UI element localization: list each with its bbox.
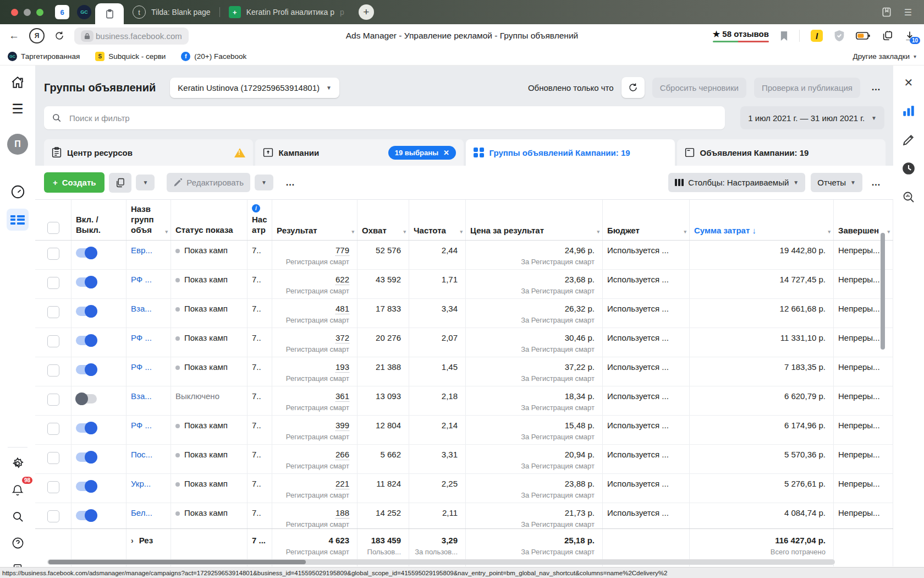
adset-name-link[interactable]: Вза... <box>131 391 152 401</box>
tab-tilda[interactable]: t Tilda: Blank page <box>124 0 219 24</box>
row-toggle[interactable] <box>76 423 97 433</box>
col-cost-per-result[interactable]: Цена за результат▾ <box>466 200 603 240</box>
home-icon[interactable] <box>8 73 27 92</box>
help-icon[interactable] <box>8 533 27 552</box>
avatar[interactable]: П <box>7 134 28 155</box>
edit-pencil-icon[interactable] <box>900 132 917 148</box>
col-frequency[interactable]: Частота▾ <box>409 200 466 240</box>
discard-drafts-button[interactable]: Сбросить черновики <box>652 78 746 98</box>
result-value[interactable]: 779 <box>336 246 349 256</box>
col-attribution[interactable]: iНас атр <box>248 200 272 240</box>
side-panel-icon[interactable] <box>881 7 892 18</box>
refresh-icon[interactable] <box>54 31 64 41</box>
columns-button[interactable]: Столбцы: Настраиваемый ▼ <box>668 173 805 192</box>
pinned-tab-gc[interactable]: GC <box>77 5 91 19</box>
browser-menu-icon[interactable]: ☰ <box>904 7 912 18</box>
close-icon[interactable]: ✕ <box>443 149 449 157</box>
row-toggle[interactable] <box>76 248 97 258</box>
reviews-widget[interactable]: ★ 58 отзывов <box>713 29 769 42</box>
refresh-button[interactable] <box>622 77 645 98</box>
collections-icon[interactable] <box>881 30 893 41</box>
tab-ads[interactable]: Объявления Кампании: 19 <box>677 139 886 166</box>
col-reach[interactable]: Охват▾ <box>358 200 409 240</box>
row-toggle[interactable] <box>76 365 97 374</box>
row-checkbox[interactable] <box>47 248 59 260</box>
adset-name-link[interactable]: Пос... <box>131 450 152 459</box>
pinned-tab-calendar[interactable]: 6 <box>55 5 69 19</box>
row-checkbox[interactable] <box>47 423 59 435</box>
row-toggle[interactable] <box>76 307 97 316</box>
tab-keratin[interactable]: + Keratin Profi аналитика р p <box>220 0 353 24</box>
new-tab-button[interactable]: + <box>359 4 374 20</box>
adset-name-link[interactable]: Бел... <box>131 508 152 517</box>
account-selector[interactable]: Keratin Ustinova (1729259653914801) ▼ <box>170 78 339 98</box>
edit-dropdown-button[interactable]: ▼ <box>255 175 273 190</box>
letyshops-icon[interactable]: l <box>811 30 823 42</box>
result-value[interactable]: 188 <box>336 508 349 519</box>
bookmark-icon[interactable] <box>780 31 788 41</box>
inspect-magnifier-icon[interactable] <box>900 189 917 205</box>
col-amount-spent[interactable]: Сумма затрат ↓▾ <box>690 200 834 240</box>
adset-name-link[interactable]: Укр... <box>131 479 151 488</box>
protect-shield-icon[interactable] <box>834 30 845 42</box>
minimize-window-button[interactable] <box>24 9 31 16</box>
duplicate-button[interactable] <box>109 173 131 193</box>
result-value[interactable]: 372 <box>336 333 349 343</box>
close-icon[interactable]: ✕ <box>900 74 917 91</box>
row-toggle[interactable] <box>76 336 97 345</box>
edit-button[interactable]: Редактировать <box>167 173 250 192</box>
review-publish-button[interactable]: Проверка и публикация <box>754 78 860 98</box>
result-value[interactable]: 193 <box>336 362 349 373</box>
header-more-button[interactable]: … <box>868 82 884 93</box>
bookmark-targeting[interactable]: GC Таргетированная <box>8 52 80 61</box>
vertical-scrollbar[interactable] <box>881 233 885 350</box>
toolbar-more-button[interactable]: … <box>282 177 299 188</box>
tab-adsets[interactable]: Группы объявлений Кампании: 19 <box>466 139 675 166</box>
search-filter-box[interactable] <box>44 106 725 129</box>
menu-icon[interactable]: ☰ <box>8 100 27 118</box>
downloads-button[interactable]: 10 <box>904 30 915 41</box>
lock-icon[interactable] <box>81 30 94 42</box>
yandex-icon[interactable]: Я <box>29 28 45 43</box>
expand-chevron-icon[interactable]: › <box>131 536 134 545</box>
fullscreen-window-button[interactable] <box>36 9 43 16</box>
date-range-selector[interactable]: 1 июл 2021 г. — 31 июл 2021 г. ▼ <box>740 106 884 129</box>
row-toggle[interactable] <box>76 511 97 520</box>
adset-name-link[interactable]: РФ ... <box>131 362 152 372</box>
row-toggle[interactable] <box>76 394 97 403</box>
col-result[interactable]: Результат▾ <box>272 200 358 240</box>
adset-name-link[interactable]: РФ ... <box>131 333 152 342</box>
row-checkbox[interactable] <box>47 394 59 406</box>
close-window-button[interactable] <box>11 9 18 16</box>
row-toggle[interactable] <box>76 277 97 287</box>
back-button[interactable]: ← <box>9 30 19 42</box>
row-toggle[interactable] <box>76 482 97 491</box>
row-checkbox[interactable] <box>47 510 59 522</box>
notifications-bell-icon[interactable]: 98 <box>8 481 27 499</box>
horizontal-scrollbar-track[interactable] <box>47 559 835 565</box>
result-value[interactable]: 622 <box>336 275 349 285</box>
toolbar-more-right-button[interactable]: … <box>868 177 884 188</box>
result-value[interactable]: 481 <box>336 304 349 314</box>
address-pill[interactable]: business.facebook.com <box>74 28 189 45</box>
search-icon[interactable] <box>8 507 27 526</box>
info-icon[interactable]: i <box>252 204 260 212</box>
row-toggle[interactable] <box>76 452 97 462</box>
row-checkbox[interactable] <box>47 452 59 464</box>
performance-chart-icon[interactable] <box>900 103 917 119</box>
result-value[interactable]: 361 <box>336 391 349 402</box>
duplicate-dropdown-button[interactable]: ▼ <box>136 175 155 190</box>
adset-name-link[interactable]: РФ ... <box>131 275 152 284</box>
battery-saver-icon[interactable] <box>856 32 870 40</box>
col-toggle[interactable]: Вкл. / Выкл. <box>72 200 127 240</box>
selected-count-pill[interactable]: 19 выбраны ✕ <box>388 146 456 160</box>
row-checkbox[interactable] <box>47 481 59 493</box>
search-input[interactable] <box>68 113 717 123</box>
row-checkbox[interactable] <box>47 335 59 347</box>
create-button[interactable]: + Создать <box>44 172 105 193</box>
adset-name-link[interactable]: Евр... <box>131 246 152 255</box>
result-value[interactable]: 399 <box>336 421 349 431</box>
ads-manager-table-icon[interactable] <box>7 209 29 231</box>
row-checkbox[interactable] <box>47 306 59 318</box>
adset-name-link[interactable]: Вза... <box>131 304 152 313</box>
